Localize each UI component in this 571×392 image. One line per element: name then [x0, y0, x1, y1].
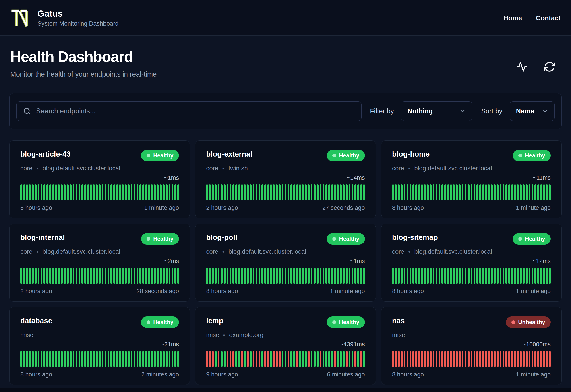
uptime-bar[interactable] — [113, 268, 115, 284]
uptime-bar[interactable] — [273, 268, 275, 284]
uptime-bar[interactable] — [540, 351, 542, 367]
uptime-bar[interactable] — [29, 268, 31, 284]
uptime-bar[interactable] — [511, 184, 513, 200]
uptime-bar[interactable] — [90, 184, 92, 200]
uptime-bar[interactable] — [229, 184, 231, 200]
uptime-bar[interactable] — [412, 351, 414, 367]
uptime-bar[interactable] — [93, 268, 95, 284]
uptime-bar[interactable] — [247, 184, 249, 200]
uptime-bar[interactable] — [41, 351, 42, 367]
endpoint-card[interactable]: blog-sitemap Healthy core • blog.default… — [381, 224, 562, 302]
uptime-bar[interactable] — [35, 184, 37, 200]
uptime-bar[interactable] — [163, 351, 165, 367]
uptime-bar[interactable] — [444, 351, 446, 367]
uptime-bar[interactable] — [218, 351, 220, 367]
uptime-bar[interactable] — [427, 184, 429, 200]
uptime-bar[interactable] — [107, 184, 109, 200]
uptime-bar[interactable] — [227, 268, 228, 284]
uptime-bar[interactable] — [224, 268, 225, 284]
uptime-bar[interactable] — [110, 184, 112, 200]
uptime-bar[interactable] — [450, 184, 452, 200]
uptime-bar[interactable] — [151, 351, 153, 367]
uptime-bar[interactable] — [166, 184, 167, 200]
uptime-bar[interactable] — [253, 268, 255, 284]
uptime-bar[interactable] — [134, 184, 135, 200]
uptime-bar[interactable] — [305, 268, 307, 284]
uptime-bar[interactable] — [514, 184, 516, 200]
uptime-bar[interactable] — [285, 184, 286, 200]
uptime-bar[interactable] — [238, 184, 240, 200]
uptime-bar[interactable] — [433, 268, 435, 284]
uptime-bar[interactable] — [311, 184, 313, 200]
uptime-bar[interactable] — [328, 351, 330, 367]
uptime-bar[interactable] — [169, 268, 170, 284]
uptime-bar[interactable] — [78, 184, 80, 200]
uptime-bar[interactable] — [328, 184, 330, 200]
uptime-bar[interactable] — [323, 268, 324, 284]
uptime-bar[interactable] — [148, 268, 150, 284]
uptime-bar[interactable] — [154, 184, 156, 200]
uptime-bar[interactable] — [29, 184, 31, 200]
uptime-bar[interactable] — [90, 351, 92, 367]
uptime-bar[interactable] — [99, 184, 101, 200]
uptime-bar[interactable] — [44, 268, 45, 284]
uptime-bar[interactable] — [169, 351, 170, 367]
uptime-bar[interactable] — [302, 184, 304, 200]
uptime-bar[interactable] — [398, 184, 400, 200]
uptime-bar[interactable] — [351, 268, 353, 284]
uptime-bar[interactable] — [395, 184, 397, 200]
uptime-bar[interactable] — [497, 268, 498, 284]
uptime-bar[interactable] — [488, 351, 490, 367]
uptime-bar[interactable] — [395, 351, 397, 367]
uptime-bar[interactable] — [61, 184, 63, 200]
uptime-bar[interactable] — [453, 351, 455, 367]
uptime-bar[interactable] — [84, 184, 86, 200]
uptime-bar[interactable] — [166, 268, 167, 284]
uptime-bar[interactable] — [328, 268, 330, 284]
uptime-bar[interactable] — [224, 351, 225, 367]
endpoint-card[interactable]: blog-home Healthy core • blog.default.sv… — [381, 140, 562, 218]
uptime-bar[interactable] — [340, 268, 342, 284]
uptime-bar[interactable] — [325, 184, 327, 200]
uptime-bar[interactable] — [415, 184, 417, 200]
uptime-bar[interactable] — [78, 351, 80, 367]
uptime-bar[interactable] — [241, 351, 243, 367]
uptime-bar[interactable] — [212, 351, 214, 367]
uptime-bar[interactable] — [299, 268, 301, 284]
uptime-bar[interactable] — [238, 268, 240, 284]
uptime-bar[interactable] — [227, 351, 228, 367]
uptime-bar[interactable] — [169, 184, 170, 200]
uptime-bar[interactable] — [145, 351, 147, 367]
uptime-bar[interactable] — [282, 268, 284, 284]
uptime-bar[interactable] — [334, 351, 336, 367]
nav-link-contact[interactable]: Contact — [536, 14, 561, 22]
uptime-bar[interactable] — [215, 184, 217, 200]
uptime-bar[interactable] — [430, 184, 432, 200]
uptime-bar[interactable] — [404, 268, 406, 284]
sort-select[interactable]: Name — [510, 101, 555, 121]
uptime-bar[interactable] — [476, 184, 478, 200]
uptime-bar[interactable] — [444, 268, 446, 284]
uptime-bar[interactable] — [505, 268, 507, 284]
uptime-bar[interactable] — [136, 268, 138, 284]
uptime-bar[interactable] — [215, 268, 217, 284]
uptime-bar[interactable] — [479, 351, 481, 367]
uptime-bar[interactable] — [267, 268, 269, 284]
uptime-bar[interactable] — [44, 351, 45, 367]
uptime-bar[interactable] — [430, 268, 432, 284]
uptime-bar[interactable] — [58, 184, 60, 200]
uptime-bar[interactable] — [232, 268, 234, 284]
uptime-bar[interactable] — [119, 184, 121, 200]
uptime-bar[interactable] — [267, 351, 269, 367]
uptime-bar[interactable] — [465, 268, 466, 284]
uptime-bar[interactable] — [436, 268, 437, 284]
uptime-bar[interactable] — [546, 184, 548, 200]
uptime-bar[interactable] — [340, 184, 342, 200]
uptime-bar[interactable] — [302, 351, 304, 367]
uptime-bar[interactable] — [105, 184, 106, 200]
uptime-bar[interactable] — [363, 351, 365, 367]
uptime-bar[interactable] — [113, 184, 115, 200]
uptime-bar[interactable] — [354, 184, 356, 200]
uptime-bar[interactable] — [500, 184, 501, 200]
uptime-bar[interactable] — [531, 351, 533, 367]
